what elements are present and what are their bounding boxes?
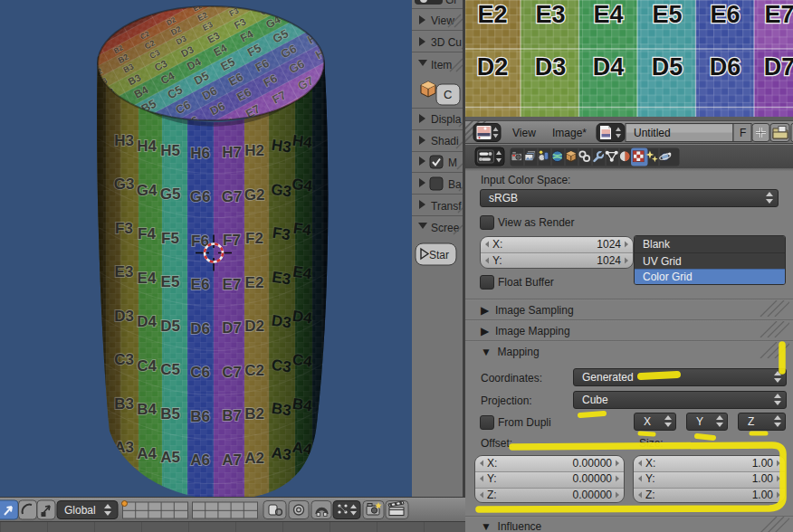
svg-text:Image*: Image* xyxy=(552,127,587,139)
svg-text:Y:: Y: xyxy=(487,472,497,485)
svg-text:0.00000: 0.00000 xyxy=(573,457,613,470)
svg-text:Y:: Y: xyxy=(492,254,502,267)
svg-text:Displa: Displa xyxy=(431,113,462,126)
svg-text:X:: X: xyxy=(645,457,655,470)
svg-text:H8: H8 xyxy=(347,105,367,124)
svg-text:E4: E4 xyxy=(593,1,623,28)
svg-text:0.00000: 0.00000 xyxy=(573,489,613,501)
svg-text:G3: G3 xyxy=(253,0,267,5)
svg-text:E3: E3 xyxy=(535,1,565,28)
svg-text:Transf: Transf xyxy=(431,200,462,213)
svg-text:View: View xyxy=(512,127,536,139)
svg-text:H3: H3 xyxy=(284,0,301,3)
svg-text:X:: X: xyxy=(487,457,497,470)
svg-text:Ba: Ba xyxy=(448,178,462,191)
svg-text:C: C xyxy=(444,88,452,101)
svg-text:3D Cu: 3D Cu xyxy=(431,36,462,49)
svg-text:1024: 1024 xyxy=(597,238,621,251)
svg-text:Z:: Z: xyxy=(487,489,497,501)
svg-text:0.00000: 0.00000 xyxy=(573,472,613,485)
svg-text:E2: E2 xyxy=(477,1,507,28)
svg-text:E7: E7 xyxy=(764,1,793,28)
svg-text:H4: H4 xyxy=(291,0,309,17)
svg-text:1.00: 1.00 xyxy=(752,472,774,485)
svg-text:Untitled: Untitled xyxy=(634,127,671,139)
svg-text:A2: A2 xyxy=(86,58,99,70)
svg-text:D5: D5 xyxy=(652,53,683,81)
svg-text:Z:: Z: xyxy=(645,489,655,501)
svg-text:Gr: Gr xyxy=(445,0,457,6)
svg-text:H7: H7 xyxy=(331,77,351,96)
svg-text:D2: D2 xyxy=(477,53,509,81)
svg-text:X:: X: xyxy=(492,238,502,251)
svg-text:Shadi: Shadi xyxy=(431,135,459,147)
svg-text:D7: D7 xyxy=(764,53,793,81)
svg-text:M: M xyxy=(448,157,457,169)
svg-text:1.00: 1.00 xyxy=(752,457,774,470)
svg-text:F: F xyxy=(740,127,746,139)
svg-text:View: View xyxy=(431,14,454,27)
svg-text:Y:: Y: xyxy=(645,472,655,485)
svg-text:Item: Item xyxy=(431,59,452,71)
svg-text:E5: E5 xyxy=(652,1,682,28)
svg-text:Global: Global xyxy=(64,504,96,517)
svg-text:Star: Star xyxy=(429,249,449,261)
svg-text:1024: 1024 xyxy=(597,254,621,267)
svg-text:D6: D6 xyxy=(710,53,741,81)
svg-text:E6: E6 xyxy=(710,1,740,28)
svg-text:D4: D4 xyxy=(593,53,625,81)
svg-text:D3: D3 xyxy=(535,53,567,81)
svg-text:1.00: 1.00 xyxy=(752,489,774,501)
